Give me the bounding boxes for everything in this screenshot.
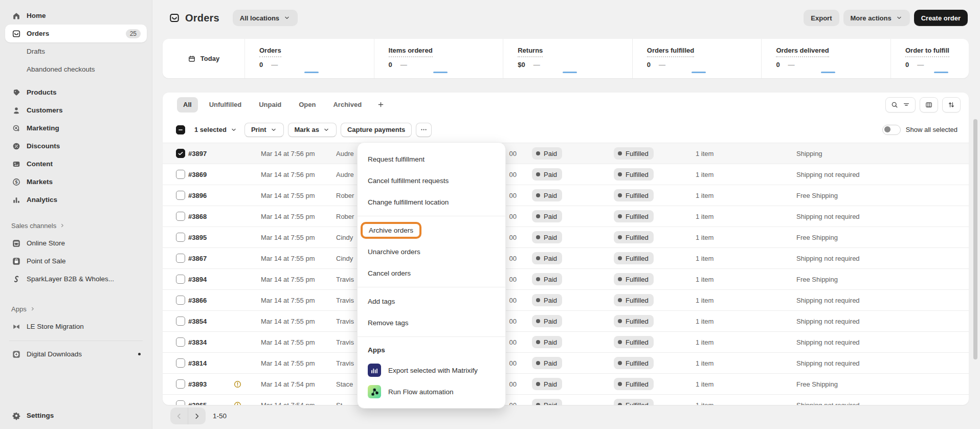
tab-unpaid[interactable]: Unpaid xyxy=(253,97,287,112)
more-actions-button[interactable]: More actions xyxy=(843,10,910,26)
row-checkbox[interactable] xyxy=(176,275,185,284)
order-row-3895[interactable]: #3895Mar 14 at 7:55 pmCindy00PaidFulfill… xyxy=(163,227,969,248)
sidebar-item-le-store-migration[interactable]: LE Store Migration xyxy=(5,318,147,335)
search-and-filter-button[interactable] xyxy=(885,97,916,112)
stat-sparkline xyxy=(304,72,319,73)
order-row-3834[interactable]: #3834Mar 14 at 7:55 pmTravis00PaidFulfil… xyxy=(163,332,969,353)
sidebar-item-home[interactable]: Home xyxy=(5,7,147,25)
export-button-label: Export xyxy=(811,14,832,22)
sidebar-item-orders[interactable]: Orders25 xyxy=(5,25,147,42)
sidebar-item-point-of-sale[interactable]: Point of Sale xyxy=(5,252,147,270)
stat-orders-delivered[interactable]: Orders delivered0— xyxy=(762,39,891,78)
create-order-button[interactable]: Create order xyxy=(914,10,968,26)
order-row-3897[interactable]: #3897Mar 14 at 7:56 pmAudre00PaidFulfill… xyxy=(163,143,969,164)
analytics-bars-icon xyxy=(11,195,21,205)
order-row-3868[interactable]: #3868Mar 14 at 7:55 pmRober00PaidFulfill… xyxy=(163,206,969,227)
bulk-action-buttons: PrintMark asCapture payments xyxy=(244,123,412,137)
selected-count-dropdown[interactable]: 1 selected xyxy=(194,126,237,133)
menu-item-request-fulfillment[interactable]: Request fulfillment xyxy=(358,148,505,170)
next-page-button[interactable] xyxy=(188,408,206,424)
stat-order-to-fulfill[interactable]: Order to fulfill0— xyxy=(891,39,969,78)
row-checkbox[interactable] xyxy=(176,400,185,405)
menu-item-export-selected-with-matrixify[interactable]: Export selected with Matrixify xyxy=(358,359,505,381)
columns-button[interactable] xyxy=(920,97,938,112)
menu-item-run-flow-automation[interactable]: Run Flow automation xyxy=(358,381,505,402)
row-checkbox[interactable] xyxy=(176,149,185,158)
date-range-filter[interactable]: Today xyxy=(163,39,245,78)
pagination-range: 1-50 xyxy=(213,412,227,420)
menu-item-cancel-fulfillment-requests[interactable]: Cancel fulfillment requests xyxy=(358,170,505,191)
order-row-3866[interactable]: #3866Mar 14 at 7:55 pmTravis00PaidFulfil… xyxy=(163,290,969,311)
archive-orders-highlight: Archive orders xyxy=(361,222,421,239)
sidebar-item-sparklayer-b2b-wholes[interactable]: SparkLayer B2B & Wholes... xyxy=(5,270,147,288)
sidebar-item-online-store[interactable]: Online Store xyxy=(5,234,147,252)
menu-item-add-tags[interactable]: Add tags xyxy=(358,290,505,312)
menu-item-label: Unarchive orders xyxy=(368,248,420,256)
stat-label: Orders xyxy=(259,47,281,57)
row-checkbox[interactable] xyxy=(176,191,185,200)
mark-as-button[interactable]: Mark as xyxy=(288,123,337,137)
stat-items-ordered[interactable]: Items ordered0— xyxy=(374,39,504,78)
order-row-3865[interactable]: #3865Mar 14 at 7:54 pmSt00PaidFulfilled1… xyxy=(163,395,969,405)
tab-all[interactable]: All xyxy=(177,97,198,112)
order-row-3869[interactable]: #3869Mar 14 at 7:56 pmAudre00PaidFulfill… xyxy=(163,164,969,185)
order-row-3896[interactable]: #3896Mar 14 at 7:55 pmRober00PaidFulfill… xyxy=(163,185,969,206)
add-view-button[interactable] xyxy=(373,97,388,112)
location-filter-button[interactable]: All locations xyxy=(233,10,298,26)
menu-section: Archive ordersUnarchive ordersCancel ord… xyxy=(358,216,505,287)
row-checkbox[interactable] xyxy=(176,379,185,389)
capture-payments-button[interactable]: Capture payments xyxy=(341,123,412,137)
order-row-3814[interactable]: #3814Mar 14 at 7:55 pmTravis00PaidFulfil… xyxy=(163,353,969,374)
chevron-down-icon xyxy=(283,14,291,21)
order-row-3893[interactable]: #3893Mar 14 at 7:54 pmStace00PaidFulfill… xyxy=(163,374,969,395)
stat-returns[interactable]: Returns$0— xyxy=(503,39,633,78)
sidebar-item-analytics[interactable]: Analytics xyxy=(5,191,147,209)
row-checkbox[interactable] xyxy=(176,233,185,242)
menu-item-unarchive-orders[interactable]: Unarchive orders xyxy=(358,241,505,262)
vertical-scrollbar[interactable] xyxy=(973,119,977,359)
status-dot xyxy=(536,256,540,260)
sidebar-item-markets[interactable]: $Markets xyxy=(5,173,147,191)
row-checkbox[interactable] xyxy=(176,317,185,326)
row-checkbox[interactable] xyxy=(176,254,185,263)
row-checkbox[interactable] xyxy=(176,358,185,368)
menu-item-cancel-orders[interactable]: Cancel orders xyxy=(358,262,505,284)
menu-item-remove-tags[interactable]: Remove tags xyxy=(358,312,505,333)
sidebar-header-apps[interactable]: Apps xyxy=(5,300,147,318)
sidebar-item-drafts[interactable]: Drafts xyxy=(5,42,147,60)
sidebar-item-discounts[interactable]: Discounts xyxy=(5,137,147,155)
sidebar-item-marketing[interactable]: Marketing xyxy=(5,119,147,137)
sidebar-item-content[interactable]: Content xyxy=(5,155,147,173)
print-button[interactable]: Print xyxy=(244,123,284,137)
sidebar-item-customers[interactable]: Customers xyxy=(5,101,147,119)
order-row-3867[interactable]: #3867Mar 14 at 7:55 pmCindy00PaidFulfill… xyxy=(163,248,969,269)
row-checkbox[interactable] xyxy=(176,296,185,305)
export-button[interactable]: Export xyxy=(804,10,839,26)
stat-orders[interactable]: Orders0— xyxy=(245,39,374,78)
status-dot xyxy=(618,319,622,323)
sidebar-item-settings[interactable]: Settings xyxy=(5,407,147,424)
tab-archived[interactable]: Archived xyxy=(327,97,368,112)
tab-open[interactable]: Open xyxy=(293,97,322,112)
order-row-3854[interactable]: #3854Mar 14 at 7:55 pmTravis00PaidFulfil… xyxy=(163,311,969,332)
more-bulk-actions-button[interactable] xyxy=(416,123,432,137)
menu-item-change-fulfillment-location[interactable]: Change fulfillment location xyxy=(358,191,505,213)
row-checkbox[interactable] xyxy=(176,212,185,221)
menu-item-archive-orders[interactable]: Archive orders xyxy=(358,219,505,241)
previous-page-button[interactable] xyxy=(170,408,188,424)
sidebar-item-products[interactable]: Products xyxy=(5,83,147,101)
delivery-method: Free Shipping xyxy=(770,192,969,199)
tab-unfulfilled[interactable]: Unfulfilled xyxy=(203,97,248,112)
sort-button[interactable] xyxy=(942,97,961,112)
stat-orders-fulfilled[interactable]: Orders fulfilled0— xyxy=(633,39,762,78)
sidebar-item-abandoned-checkouts[interactable]: Abandoned checkouts xyxy=(5,60,147,78)
row-checkbox[interactable] xyxy=(176,170,185,179)
sidebar-item-digital-downloads[interactable]: Digital Downloads xyxy=(5,345,147,363)
select-all-checkbox[interactable] xyxy=(176,125,185,134)
sidebar-header-sales-channels[interactable]: Sales channels xyxy=(5,217,147,234)
dots-horizontal-icon xyxy=(420,126,428,133)
sidebar-item-label: Products xyxy=(27,88,57,96)
row-checkbox[interactable] xyxy=(176,337,185,347)
show-all-selected-toggle[interactable] xyxy=(882,125,901,135)
order-row-3894[interactable]: #3894Mar 14 at 7:55 pmTravis00PaidFulfil… xyxy=(163,269,969,290)
